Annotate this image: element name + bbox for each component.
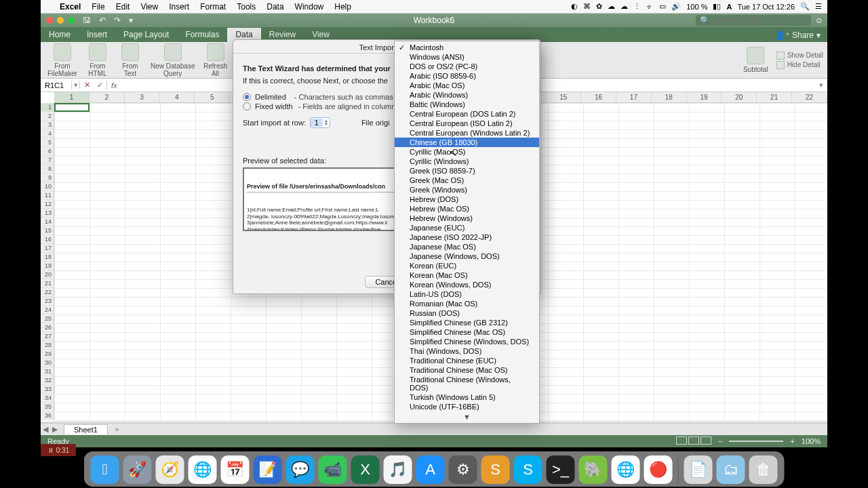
- row-header[interactable]: 2: [41, 112, 54, 121]
- col-header[interactable]: 5: [195, 92, 230, 102]
- share-button[interactable]: 👤⁺ Share ▾: [768, 28, 827, 42]
- encoding-option[interactable]: Baltic (Windows): [395, 100, 539, 109]
- encoding-option[interactable]: Chinese (GB 18030): [395, 138, 539, 147]
- subtotal-button[interactable]: Subtotal: [741, 45, 771, 75]
- menu-file[interactable]: File: [86, 2, 110, 12]
- encoding-option[interactable]: Central European (Windows Latin 2): [395, 128, 539, 138]
- row-header[interactable]: 19: [41, 262, 54, 270]
- dock-excel[interactable]: X: [351, 455, 380, 484]
- row-header[interactable]: 20: [41, 270, 54, 279]
- row-header[interactable]: 17: [41, 244, 54, 253]
- feedback-icon[interactable]: ☺: [815, 16, 823, 25]
- row-header[interactable]: 31: [41, 367, 54, 376]
- search-sheet[interactable]: 🔍: [696, 15, 811, 26]
- row-header[interactable]: 16: [41, 235, 54, 244]
- col-header[interactable]: 18: [652, 92, 687, 102]
- menu-help[interactable]: Help: [329, 2, 357, 12]
- show-detail[interactable]: Show Detail: [776, 52, 823, 60]
- add-sheet[interactable]: ＋: [113, 424, 121, 434]
- encoding-option[interactable]: Turkish (Windows Latin 5): [395, 392, 539, 402]
- encoding-option[interactable]: Hebrew (DOS): [395, 195, 539, 204]
- row-header[interactable]: 14: [41, 218, 54, 226]
- col-header[interactable]: 17: [616, 92, 652, 102]
- status-icon[interactable]: ☁: [620, 2, 628, 11]
- row-header[interactable]: 30: [41, 359, 54, 367]
- encoding-option[interactable]: Japanese (Windows, DOS): [395, 251, 539, 261]
- notification-icon[interactable]: ☰: [815, 2, 822, 11]
- row-header[interactable]: 27: [41, 332, 54, 341]
- dock-appstore[interactable]: A: [416, 455, 445, 484]
- stepper-down[interactable]: ▼: [324, 123, 328, 126]
- row-header[interactable]: 10: [41, 182, 54, 191]
- encoding-option[interactable]: Cyrillic (Mac OS): [395, 147, 539, 157]
- row-header[interactable]: 35: [41, 403, 54, 411]
- active-cell[interactable]: [54, 103, 90, 112]
- menu-data[interactable]: Data: [261, 2, 289, 12]
- name-dropdown[interactable]: ▾: [72, 81, 80, 89]
- row-header[interactable]: 5: [41, 138, 54, 147]
- col-header[interactable]: 22: [792, 92, 827, 102]
- encoding-option[interactable]: Greek (ISO 8859-7): [395, 166, 539, 176]
- dock-chrome[interactable]: 🌐: [189, 455, 217, 484]
- row-header[interactable]: 28: [41, 341, 54, 350]
- sheet-prev[interactable]: ◀: [41, 425, 50, 434]
- col-header[interactable]: 1: [54, 92, 90, 102]
- row-header[interactable]: 3: [41, 121, 54, 129]
- encoding-option[interactable]: Simplified Chinese (Windows, DOS): [395, 337, 539, 346]
- dock-launchpad[interactable]: 🚀: [123, 455, 152, 484]
- cancel-formula[interactable]: ✕: [80, 81, 94, 89]
- encoding-option[interactable]: Korean (EUC): [395, 261, 539, 270]
- dock-downloads[interactable]: 📄: [684, 455, 713, 484]
- battery-icon[interactable]: ▮▯: [713, 2, 721, 11]
- row-header[interactable]: 21: [41, 279, 54, 288]
- encoding-option[interactable]: Simplified Chinese (GB 2312): [395, 318, 539, 327]
- encoding-option[interactable]: Cyrillic (Windows): [395, 157, 539, 166]
- dock-notes[interactable]: 📝: [254, 455, 282, 484]
- row-header[interactable]: 23: [41, 297, 54, 306]
- save-icon[interactable]: 🖫: [83, 16, 91, 25]
- volume-icon[interactable]: 🔊: [671, 2, 681, 11]
- zoom-out[interactable]: −: [718, 437, 722, 445]
- ribbon-query[interactable]: New DatabaseQuery: [148, 42, 198, 79]
- encoding-option[interactable]: Latin-US (DOS): [395, 289, 539, 299]
- col-header[interactable]: 2: [90, 92, 125, 102]
- menu-edit[interactable]: Edit: [111, 2, 136, 12]
- row-header[interactable]: 13: [41, 209, 54, 218]
- row-header[interactable]: 8: [41, 165, 54, 174]
- col-header[interactable]: 15: [546, 92, 581, 102]
- dropdown-scroll-down[interactable]: ▼: [395, 411, 539, 423]
- encoding-option[interactable]: Korean (Windows, DOS): [395, 280, 539, 289]
- ribbon-html[interactable]: FromHTML: [83, 42, 113, 79]
- status-icon[interactable]: ✿: [596, 2, 602, 11]
- row-header[interactable]: 34: [41, 394, 54, 403]
- display-icon[interactable]: ▭: [659, 2, 666, 11]
- status-icon[interactable]: ◐: [571, 2, 578, 11]
- close-window[interactable]: [46, 17, 53, 24]
- tab-page-layout[interactable]: Page Layout: [115, 28, 177, 42]
- dock-facetime[interactable]: 📹: [319, 455, 347, 484]
- menu-insert[interactable]: Insert: [163, 2, 195, 12]
- search-input[interactable]: [713, 16, 801, 24]
- row-header[interactable]: 6: [41, 147, 54, 156]
- menu-window[interactable]: Window: [290, 2, 330, 12]
- file-origin-dropdown[interactable]: MacintoshWindows (ANSI)DOS or OS/2 (PC-8…: [394, 41, 540, 424]
- dock-skype[interactable]: S: [514, 455, 542, 484]
- clock[interactable]: Tue 17 Oct 12:26: [737, 3, 795, 11]
- encoding-option[interactable]: Hebrew (Windows): [395, 214, 539, 223]
- encoding-option[interactable]: Simplified Chinese (Mac OS): [395, 327, 539, 337]
- sheet-tab[interactable]: Sheet1: [64, 424, 108, 434]
- row-header[interactable]: 18: [41, 253, 54, 262]
- status-icon[interactable]: ☁: [608, 2, 615, 11]
- tab-formulas[interactable]: Formulas: [177, 28, 227, 42]
- encoding-option[interactable]: Japanese (EUC): [395, 223, 539, 232]
- tab-insert[interactable]: Insert: [79, 28, 115, 42]
- app-name[interactable]: Excel: [54, 2, 86, 12]
- menu-view[interactable]: View: [135, 2, 163, 12]
- expand-formula-bar[interactable]: ▾: [815, 81, 827, 89]
- spotlight-icon[interactable]: 🔍: [800, 2, 810, 11]
- ribbon-filemaker[interactable]: FromFileMaker: [45, 42, 80, 79]
- menu-tools[interactable]: Tools: [231, 2, 261, 12]
- encoding-option[interactable]: Thai (Windows, DOS): [395, 346, 539, 356]
- encoding-option[interactable]: Unicode (UTF-16BE): [395, 402, 539, 411]
- start-row-input[interactable]: ▲▼: [310, 117, 330, 128]
